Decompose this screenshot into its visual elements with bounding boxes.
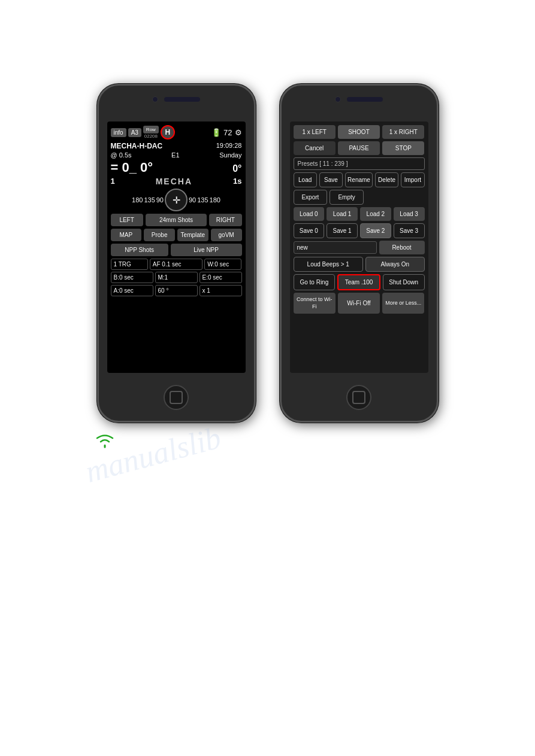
speaker-right — [347, 97, 383, 102]
compass-arrow-icon: ✛ — [173, 195, 180, 206]
buttons-row-2: MAP Probe Template goVM — [111, 229, 242, 241]
x-box: x 1 — [200, 285, 242, 296]
counter-row: 1 MECHA 1s — [111, 177, 242, 186]
a3-button[interactable]: A3 — [128, 128, 141, 137]
deg-box: 60 ° — [155, 285, 198, 296]
save0-button[interactable]: Save 0 — [294, 223, 325, 238]
load2-button[interactable]: Load 2 — [360, 207, 391, 221]
govm-button[interactable]: goVM — [211, 229, 242, 241]
battery-icon: 🔋 — [211, 128, 221, 137]
reboot-button[interactable]: Reboot — [379, 241, 425, 254]
r-row-2: Cancel PAUSE STOP — [294, 141, 425, 155]
a-box: A:0 sec — [111, 285, 153, 296]
top-bar-icons: 🔋 72 ⚙ — [211, 128, 241, 137]
load-button[interactable]: Load — [294, 172, 317, 187]
save3-button[interactable]: Save 3 — [394, 223, 425, 238]
save-button[interactable]: Save — [319, 172, 343, 187]
template-button[interactable]: Template — [177, 229, 208, 241]
row-button[interactable]: Row — [143, 126, 159, 133]
compass-val-1: 135 — [144, 196, 155, 204]
h-circle[interactable]: H — [161, 125, 175, 139]
compass-val-6: 180 — [210, 196, 220, 204]
home-inner-right — [352, 391, 365, 404]
compass-val-2: 90 — [156, 196, 164, 204]
compass: ✛ — [165, 189, 188, 211]
shots-button[interactable]: 24mm Shots — [146, 214, 207, 226]
left-screen: info A3 Row 02208 H 🔋 72 ⚙ MECHA-H-DAC 1… — [107, 122, 246, 373]
pause-button[interactable]: PAUSE — [338, 141, 380, 155]
import-button[interactable]: Import — [401, 172, 424, 187]
settings-icon: ⚙ — [235, 128, 242, 137]
speaker — [164, 97, 200, 102]
wifi-icon — [93, 431, 117, 449]
camera-dot-right — [335, 96, 341, 102]
info-button[interactable]: info — [111, 128, 126, 137]
angle-side: 0° — [232, 163, 241, 174]
live-npp-button[interactable]: Live NPP — [171, 244, 242, 256]
param-row-1: 1 TRG AF 0.1 sec W:0 sec — [111, 259, 242, 270]
camera-dot — [152, 96, 158, 102]
team100-button[interactable]: Team .100 — [337, 274, 380, 290]
left-button[interactable]: LEFT — [111, 214, 143, 226]
shut-down-button[interactable]: Shut Down — [383, 274, 425, 290]
af-box: AF 0.1 sec — [150, 259, 202, 270]
b-box: B:0 sec — [111, 272, 153, 283]
stop-button[interactable]: STOP — [382, 141, 424, 155]
empty-button[interactable]: Empty — [330, 190, 364, 205]
top-bar: info A3 Row 02208 H 🔋 72 ⚙ — [111, 125, 242, 139]
shoot-button[interactable]: SHOOT — [338, 125, 380, 139]
device-info-row: MECHA-H-DAC 19:09:28 — [111, 142, 242, 150]
watermark: manualslib — [81, 420, 225, 490]
go-to-ring-button[interactable]: Go to Ring — [294, 274, 335, 290]
compass-val-4: 90 — [189, 196, 196, 204]
export-button[interactable]: Export — [294, 190, 328, 205]
day-value: Sunday — [219, 151, 241, 159]
npp-shots-button[interactable]: NPP Shots — [111, 244, 168, 256]
angle-main: = 0_ 0° — [111, 160, 153, 175]
mecha-logo: MECHA — [156, 177, 192, 186]
trg-box: 1 TRG — [111, 259, 148, 270]
r-row-6: Save 0 Save 1 Save 2 Save 3 — [294, 223, 425, 238]
load1-button[interactable]: Load 1 — [327, 207, 358, 221]
one-x-left-button[interactable]: 1 x LEFT — [294, 125, 335, 139]
m-box: M:1 — [155, 272, 198, 283]
device-time: 19:09:28 — [216, 142, 242, 150]
r-row-1: 1 x LEFT SHOOT 1 x RIGHT — [294, 125, 425, 139]
save2-button[interactable]: Save 2 — [360, 223, 391, 238]
loud-beeps-button[interactable]: Loud Beeps > 1 — [294, 257, 364, 272]
load3-button[interactable]: Load 3 — [394, 207, 425, 221]
delete-button[interactable]: Delete — [375, 172, 398, 187]
right-phone: 1 x LEFT SHOOT 1 x RIGHT Cancel PAUSE ST… — [280, 84, 439, 423]
at-row: @ 0.5s E1 Sunday — [111, 151, 242, 159]
r-row-5: Load 0 Load 1 Load 2 Load 3 — [294, 207, 425, 221]
compass-val-0: 180 — [132, 196, 143, 204]
more-button[interactable]: More or Less... — [382, 293, 424, 314]
row-num: 02208 — [144, 133, 158, 139]
map-button[interactable]: MAP — [111, 229, 142, 241]
r-row-4: Export Empty — [294, 190, 425, 205]
device-name: MECHA-H-DAC — [111, 142, 163, 150]
home-button-left[interactable] — [164, 385, 189, 410]
param-row-3: A:0 sec 60 ° x 1 — [111, 285, 242, 296]
battery-level: 72 — [223, 128, 232, 137]
r-row-8: Loud Beeps > 1 Always On — [294, 257, 425, 272]
probe-button[interactable]: Probe — [144, 229, 175, 241]
save1-button[interactable]: Save 1 — [327, 223, 358, 238]
right-button[interactable]: RIGHT — [209, 214, 241, 226]
counter: 1 — [111, 177, 115, 186]
new-input[interactable] — [294, 241, 377, 254]
home-button-right[interactable] — [346, 385, 371, 410]
home-inner-left — [170, 391, 183, 404]
connect-wifi-button[interactable]: Connect to Wi-Fi — [294, 293, 335, 314]
right-screen: 1 x LEFT SHOOT 1 x RIGHT Cancel PAUSE ST… — [290, 122, 428, 373]
r-row-7: Reboot — [294, 241, 425, 254]
buttons-row-3: NPP Shots Live NPP — [111, 244, 242, 256]
always-on-button[interactable]: Always On — [365, 257, 424, 272]
one-x-right-button[interactable]: 1 x RIGHT — [382, 125, 424, 139]
rename-button[interactable]: Rename — [345, 172, 373, 187]
buttons-row-1: LEFT 24mm Shots RIGHT — [111, 214, 242, 226]
load0-button[interactable]: Load 0 — [294, 207, 325, 221]
timer: 1s — [233, 177, 241, 186]
wifi-off-button[interactable]: Wi-Fi Off — [338, 293, 380, 314]
cancel-button[interactable]: Cancel — [294, 141, 335, 155]
